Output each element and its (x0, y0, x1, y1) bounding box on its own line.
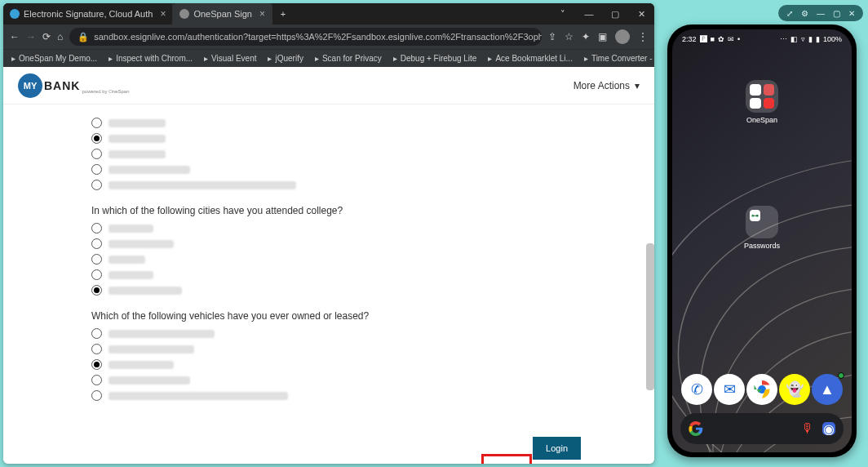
window-minimize-icon[interactable]: — (576, 3, 602, 24)
radio-option[interactable] (91, 254, 581, 265)
page-icon: ▸ (584, 54, 588, 63)
phone-screen[interactable]: 2:32 🅿 ■ ✿ ✉ • ⋯ ◧ ▿ ▮ ▮ 100% (672, 29, 852, 452)
browser-tab-1[interactable]: Electronic Signature, Cloud Auth × (3, 3, 173, 24)
app-mini-icon (764, 84, 775, 96)
radio-icon (91, 149, 102, 159)
bookmarks-bar: ▸OneSpan My Demo... ▸Inspect with Chrom.… (3, 49, 654, 67)
page-viewport: MY BANK powered by OneSpan More Actions … (3, 67, 654, 464)
url-text: sandbox.esignlive.com/authentication?tar… (94, 32, 542, 42)
radio-option[interactable] (91, 223, 581, 234)
profile-avatar[interactable] (615, 29, 630, 44)
star-icon[interactable]: ☆ (565, 31, 574, 42)
new-tab-button[interactable]: + (272, 9, 294, 19)
folder-onespan[interactable]: OneSpan (746, 80, 778, 124)
logo-bank-text: BANK (44, 79, 80, 92)
more-actions-label: More Actions (574, 80, 630, 91)
nav-forward-icon[interactable]: → (26, 31, 36, 42)
nav-back-icon[interactable]: ← (10, 31, 20, 42)
radio-option[interactable] (91, 359, 581, 370)
battery-icon: ▮ (816, 35, 820, 43)
extensions-icon[interactable]: ✦ (582, 31, 590, 42)
status-icon: 🅿 (700, 35, 707, 43)
radio-icon (91, 118, 102, 128)
page-icon: ▸ (108, 54, 113, 63)
radio-icon (91, 133, 102, 144)
bookmark-item[interactable]: ▸Visual Event (204, 54, 256, 63)
tab-close-icon[interactable]: × (160, 8, 166, 20)
radio-icon (91, 390, 102, 401)
app-mini-icon (750, 84, 761, 96)
location-icon: ◧ (790, 35, 798, 43)
bookmark-item[interactable]: ▸Scan for Privacy (315, 54, 382, 63)
option-text-blurred (108, 225, 153, 233)
google-icon (689, 421, 703, 436)
chrome-app-icon[interactable] (746, 374, 777, 405)
radio-option[interactable] (91, 133, 581, 144)
bookmark-item[interactable]: ▸Inspect with Chrom... (108, 54, 193, 63)
lens-icon[interactable]: ◉ (822, 422, 835, 435)
tab-close-icon[interactable]: × (259, 8, 265, 20)
gear-icon[interactable]: ⚙ (801, 9, 808, 18)
menu-icon[interactable]: ⋮ (638, 31, 648, 42)
option-text-blurred (108, 376, 190, 385)
gallery-app-icon[interactable]: ▲ (812, 374, 843, 405)
snapchat-app-icon[interactable]: 👻 (779, 374, 810, 405)
expand-icon[interactable]: ⤢ (786, 9, 793, 18)
radio-option[interactable] (91, 269, 581, 280)
bookmark-item[interactable]: ▸Debug + Firebug Lite (393, 54, 477, 63)
tab-title: OneSpan Sign (193, 9, 252, 19)
form-stage: In which of the following cities have yo… (3, 105, 654, 464)
folder-passwords[interactable]: ⊶ Passwords (744, 206, 780, 250)
shield-icon[interactable]: ▣ (598, 31, 607, 42)
nav-reload-icon[interactable]: ⟳ (42, 31, 51, 42)
messages-app-icon[interactable]: ✉ (714, 374, 745, 405)
login-button[interactable]: Login (533, 437, 581, 460)
notification-badge-icon (838, 372, 844, 379)
bookmark-item[interactable]: ▸OneSpan My Demo... (11, 54, 97, 63)
radio-option[interactable] (91, 375, 581, 385)
minimize-icon[interactable]: — (817, 9, 825, 18)
radio-option[interactable] (91, 285, 581, 296)
close-icon[interactable]: ✕ (848, 9, 855, 18)
question-3: Which of the following vehicles have you… (91, 310, 581, 322)
google-search-bar[interactable]: 🎙 ◉ (680, 413, 844, 444)
radio-option[interactable] (91, 149, 581, 159)
bookmark-item[interactable]: ▸Ace Bookmarklet Li... (488, 54, 572, 63)
bookmark-item[interactable]: ▸Time Converter - C... (584, 54, 654, 63)
radio-option[interactable] (91, 238, 581, 249)
option-text-blurred (108, 135, 166, 143)
address-bar[interactable]: 🔒 sandbox.esignlive.com/authentication?t… (69, 28, 542, 46)
browser-toolbar: ← → ⟳ ⌂ 🔒 sandbox.esignlive.com/authenti… (3, 24, 654, 49)
page-icon: ▸ (488, 54, 492, 63)
app-mini-icon (764, 98, 775, 109)
question-2: In which of the following cities have yo… (91, 205, 581, 216)
more-actions-button[interactable]: More Actions ▾ (574, 80, 640, 91)
radio-option[interactable] (91, 328, 581, 339)
radio-option[interactable] (91, 118, 581, 128)
tab-favicon (179, 9, 189, 19)
radio-option[interactable] (91, 164, 581, 175)
window-close-icon[interactable]: ✕ (628, 3, 654, 24)
maximize-icon[interactable]: ▢ (833, 9, 840, 18)
browser-titlebar: Electronic Signature, Cloud Auth × OneSp… (3, 3, 654, 24)
radio-option[interactable] (91, 180, 581, 190)
option-text-blurred (108, 181, 296, 189)
phone-app-icon[interactable]: ✆ (681, 374, 712, 405)
share-icon[interactable]: ⇪ (548, 31, 556, 42)
page-icon: ▸ (393, 54, 397, 63)
window-maximize-icon[interactable]: ▢ (602, 3, 628, 24)
radio-option[interactable] (91, 390, 581, 401)
signal-icon: ▮ (808, 35, 813, 43)
radio-option[interactable] (91, 344, 581, 354)
option-text-blurred (108, 330, 215, 338)
window-chevron-down-icon[interactable]: ˅ (550, 3, 576, 24)
browser-tab-2[interactable]: OneSpan Sign × (173, 3, 272, 24)
nav-home-icon[interactable]: ⌂ (57, 31, 63, 42)
bookmark-item[interactable]: ▸jQuerify (268, 54, 303, 63)
page-icon: ▸ (204, 54, 208, 63)
status-icon: ■ (711, 35, 715, 43)
app-mini-icon: ⊶ (750, 210, 761, 221)
app-header: MY BANK powered by OneSpan More Actions … (3, 67, 654, 105)
phone-statusbar: 2:32 🅿 ■ ✿ ✉ • ⋯ ◧ ▿ ▮ ▮ 100% (672, 29, 852, 47)
voice-search-icon[interactable]: 🎙 (801, 422, 814, 435)
